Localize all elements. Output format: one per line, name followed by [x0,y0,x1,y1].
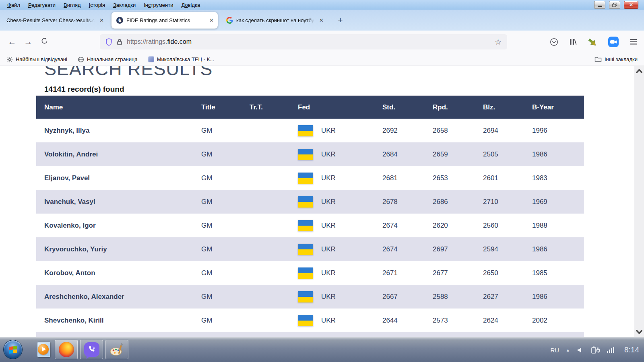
player-name-link[interactable]: Kryvoruchko, Yuriy [36,245,201,253]
bookmark-mykolaivska-tec[interactable]: Миколаївська ТЕЦ - К... [148,56,214,62]
column-header-blz[interactable]: Blz. [483,103,532,111]
table-row[interactable]: Shevchenko, KirillGMUKR2644257326242002 [36,309,584,332]
player-name-link[interactable]: Shevchenko, Kirill [36,317,201,325]
zoom-app-icon[interactable] [608,37,619,47]
player-title: GM [201,293,250,301]
forward-button[interactable]: → [20,37,36,47]
bookmark-star-icon[interactable]: ☆ [495,37,502,47]
taskbar-paint-button[interactable] [105,340,128,359]
pocket-icon[interactable] [550,38,558,46]
table-row[interactable]: Korobov, AntonGMUKR2671267726501985 [36,261,584,285]
extension-arrow-icon[interactable] [588,37,597,47]
rapid-rating: 2620 [433,222,483,230]
column-header-name[interactable]: Name [36,103,201,111]
menu-history[interactable]: Історія [85,1,109,9]
bookmark-most-visited[interactable]: Найбільш відвідувані [6,56,67,63]
table-row[interactable]: Volokitin, AndreiGMUKR2684265925051986 [36,142,584,166]
taskbar-media-player-button[interactable] [35,341,52,359]
tab-fide-ratings-active[interactable]: ♞ FIDE Ratings and Statistics ✕ [111,12,218,29]
rapid-rating: 2677 [433,269,483,277]
firefox-icon [59,342,74,357]
column-header-title[interactable]: Title [201,103,250,111]
tab-google-search[interactable]: как сделать скриншот на ноутбу ✕ [221,12,328,29]
player-federation: UKR [297,196,382,208]
other-bookmarks-button[interactable]: Інші закладки [594,56,638,62]
scroll-up-icon[interactable] [635,68,643,74]
windows-logo-icon [9,346,17,354]
standard-rating: 2681 [382,174,433,182]
tab-close-icon[interactable]: ✕ [99,17,104,23]
menu-help[interactable]: Довідка [177,1,204,9]
blitz-rating: 2505 [483,150,532,158]
network-signal-icon[interactable] [607,347,614,353]
player-title: GM [201,269,250,277]
restore-button[interactable] [609,1,620,9]
menu-tools[interactable]: Інструменти [140,1,177,9]
table-row[interactable]: Kovalenko, IgorGMUKR2674262025601988 [36,214,584,237]
reload-button[interactable] [36,37,52,47]
birth-year: 1969 [532,198,584,206]
table-row[interactable]: Kryvoruchko, YuriyGMUKR2674269725941986 [36,237,584,261]
table-row[interactable]: Nyzhnyk, IllyaGMUKR2692265826941996 [36,119,584,142]
url-text[interactable]: https://ratings.fide.com [127,38,192,45]
menu-view[interactable]: Вигляд [60,1,85,9]
address-bar[interactable]: https://ratings.fide.com ☆ [100,34,507,49]
hamburger-menu-icon[interactable] [630,38,638,45]
rapid-rating: 2697 [433,245,483,253]
tab-close-icon[interactable]: ✕ [209,17,214,23]
tab-chess-results[interactable]: Chess-Results Server Chess-results.com ✕ [2,12,108,29]
standard-rating: 2678 [382,198,433,206]
scrollbar-track[interactable] [634,66,644,337]
player-name-link[interactable]: Nyzhnyk, Illya [36,127,201,135]
bookmarks-toolbar: Найбільш відвідувані Начальная страница … [0,53,644,66]
clock[interactable]: 8:14 [624,346,639,354]
player-name-link[interactable]: Korobov, Anton [36,269,201,277]
menu-edit[interactable]: Редагувати [24,1,60,9]
column-header-std[interactable]: Std. [382,103,433,111]
library-icon[interactable] [569,38,577,46]
player-federation: UKR [297,220,382,231]
minimize-button[interactable] [594,1,605,9]
new-tab-button[interactable]: + [338,15,343,25]
close-button[interactable]: ✕ [624,1,638,9]
player-federation: UKR [297,244,382,255]
menu-bookmarks[interactable]: Закладки [109,1,140,9]
player-federation: UKR [297,267,382,279]
tracking-shield-icon[interactable] [105,38,112,46]
language-indicator[interactable]: RU [550,347,559,354]
column-header-fed[interactable]: Fed [297,103,382,111]
table-row[interactable]: Eljanov, PavelGMUKR2681265326011983 [36,166,584,190]
table-row[interactable]: Ivanchuk, VasylGMUKR2678268627101969 [36,190,584,214]
taskbar-viber-button[interactable] [80,340,103,359]
player-name-link[interactable]: Volokitin, Andrei [36,150,201,158]
bookmark-home-page[interactable]: Начальная страница [78,56,138,63]
table-row[interactable]: Areshchenko, AlexanderGMUKR2667258826271… [36,285,584,309]
back-button[interactable]: ← [4,37,20,47]
blitz-rating: 2624 [483,317,532,325]
tab-close-icon[interactable]: ✕ [319,17,324,23]
google-favicon-icon [226,17,233,24]
column-header-trt[interactable]: Tr.T. [250,103,297,111]
player-name-link[interactable]: Ivanchuk, Vasyl [36,198,201,206]
column-header-byear[interactable]: B-Year [532,103,584,111]
scroll-down-icon[interactable] [635,329,643,335]
volume-icon[interactable] [577,347,584,354]
blitz-rating: 2694 [483,127,532,135]
standard-rating: 2644 [382,317,433,325]
tray-expand-icon[interactable]: ▲ [566,348,570,352]
birth-year: 2002 [532,317,584,325]
player-name-link[interactable]: Eljanov, Pavel [36,174,201,182]
battery-plug-icon[interactable] [590,346,600,354]
rapid-rating: 2588 [433,293,483,301]
lock-icon[interactable] [117,38,122,45]
player-name-link[interactable]: Areshchenko, Alexander [36,293,201,301]
fide-favicon-icon: ♞ [116,17,123,24]
player-name-link[interactable]: Kovalenko, Igor [36,222,201,230]
taskbar-firefox-button[interactable] [55,340,78,359]
paint-icon [109,341,125,358]
menu-file[interactable]: Файл [3,1,24,9]
birth-year: 1988 [532,222,584,230]
start-button[interactable] [3,340,23,359]
birth-year: 1986 [532,150,584,158]
column-header-rpd[interactable]: Rpd. [433,103,483,111]
